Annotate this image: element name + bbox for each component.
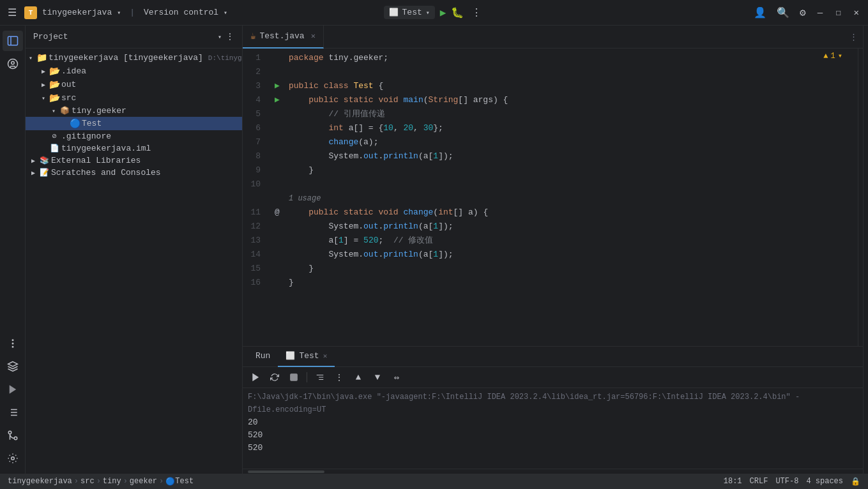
console-scrollbar-thumb[interactable] — [248, 470, 324, 473]
sidebar-plugins-icon[interactable] — [3, 356, 23, 377]
console-output-520-1: 520 — [248, 429, 858, 442]
line-num-7: 7 — [243, 135, 271, 149]
sidebar-run-icon[interactable] — [3, 379, 23, 400]
breadcrumb-tiny[interactable]: tiny — [103, 477, 121, 486]
tree-item-idea[interactable]: ▶ 📂 .idea — [26, 64, 242, 78]
code-line-12: 12 System.out.println(a[1]); — [243, 220, 858, 234]
hamburger-menu-icon[interactable]: ☰ — [5, 4, 19, 22]
minimize-button[interactable]: — — [814, 6, 826, 19]
sidebar-tool-icon[interactable] — [3, 402, 23, 423]
svg-point-16 — [11, 457, 14, 460]
maximize-button[interactable]: ☐ — [832, 6, 844, 19]
tree-label-idea: .idea — [60, 66, 86, 76]
stop-button[interactable] — [286, 370, 301, 385]
bottom-toolbar: ⋮ ▲ ▼ ⇔ — [243, 367, 863, 388]
bottom-tab-test[interactable]: ⬜ Test ✕ — [278, 347, 335, 367]
line-num-1: 1 — [243, 51, 271, 65]
warning-chevron: ▾ — [838, 51, 842, 61]
svg-point-3 — [12, 340, 13, 341]
breadcrumb-sep-3: › — [123, 477, 128, 486]
more-actions-icon[interactable]: ⋮ — [469, 4, 484, 22]
code-line-10: 10 — [243, 177, 858, 192]
run-gutter-4[interactable]: ▶ — [271, 93, 284, 107]
sidebar-more-icon[interactable] — [3, 333, 23, 354]
profile-icon[interactable]: 👤 — [751, 4, 769, 22]
wrap-toggle-button[interactable]: ⇔ — [389, 370, 404, 385]
cursor-position[interactable]: 18:1 — [724, 477, 742, 486]
reload-button[interactable] — [267, 370, 282, 385]
test-tab-close-icon[interactable]: ✕ — [323, 352, 328, 360]
tree-item-src[interactable]: ▾ 📂 src — [26, 91, 242, 105]
tree-item-root[interactable]: ▾ 📁 tinygeekerjava [tinygeekerjava] D:\t… — [26, 51, 242, 64]
code-content[interactable]: ▲ 1 ▾ 1 package tiny.geeker; 2 — [243, 49, 858, 346]
more-options-button[interactable]: ⋮ — [331, 370, 347, 385]
run-gutter-3[interactable]: ▶ — [271, 79, 284, 93]
breadcrumb-sep-2: › — [96, 477, 101, 486]
svg-point-2 — [11, 61, 14, 64]
search-icon[interactable]: 🔍 — [774, 4, 792, 22]
sidebar-project-icon[interactable] — [3, 31, 23, 51]
sidebar-bookmark-icon[interactable] — [3, 54, 23, 74]
scroll-to-end-button[interactable] — [312, 370, 328, 385]
line-num-11: 11 — [243, 206, 271, 220]
indent-setting[interactable]: 4 spaces — [806, 477, 843, 486]
svg-rect-18 — [291, 374, 298, 381]
title-bar-left: ☰ T tinygeekerjava ▾ | Version control ▾ — [5, 4, 384, 22]
warning-badge[interactable]: ▲ 1 ▾ — [823, 51, 842, 61]
editor-scrollbar-area — [858, 49, 863, 346]
notification-bell-icon[interactable] — [861, 28, 869, 38]
tree-item-ext-libs[interactable]: ▶ 📚 External Libraries — [26, 154, 242, 167]
tab-close-button[interactable]: ✕ — [311, 31, 316, 41]
rerun-button[interactable] — [248, 370, 263, 385]
tree-item-scratches[interactable]: ▶ 📝 Scratches and Consoles — [26, 167, 242, 179]
usage-hint-row: 1 usage — [243, 192, 858, 206]
version-control-dropdown-icon[interactable]: ▾ — [224, 9, 227, 17]
breadcrumb-geeker[interactable]: geeker — [130, 477, 157, 486]
panel-dropdown-icon[interactable]: ▾ — [218, 33, 222, 41]
tree-arrow-scratches: ▶ — [28, 169, 38, 177]
folder-icon-idea: 📂 — [49, 66, 60, 77]
tree-item-iml[interactable]: 📄 tinygeekerjava.iml — [26, 142, 242, 154]
breadcrumb-class-icon: 🔵 — [165, 477, 175, 486]
breadcrumb-src[interactable]: src — [80, 477, 95, 486]
svg-point-14 — [14, 437, 17, 440]
project-dropdown-icon[interactable]: ▾ — [117, 9, 121, 17]
code-editor: ▲ 1 ▾ 1 package tiny.geeker; 2 — [243, 49, 863, 346]
console-cmd-line: F:\Java\jdk-17\bin\java.exe "-javaagent:… — [248, 391, 858, 416]
tree-item-test[interactable]: 🔵 Test — [26, 117, 242, 130]
run-configuration[interactable]: ⬜ Test ▾ — [384, 6, 435, 19]
tree-arrow-package: ▾ — [49, 107, 59, 115]
scroll-down-button[interactable]: ▼ — [370, 370, 385, 385]
make-readonly-icon[interactable]: 🔒 — [851, 477, 860, 486]
sidebar-settings-bottom-icon[interactable] — [3, 448, 23, 469]
code-line-7: 7 change(a); — [243, 135, 858, 149]
encoding[interactable]: UTF-8 — [775, 477, 798, 486]
tree-item-package[interactable]: ▾ 📦 tiny.geeker — [26, 105, 242, 117]
svg-point-5 — [12, 347, 13, 348]
settings-icon[interactable]: ⚙ — [797, 4, 809, 22]
folder-icon-src: 📂 — [49, 93, 60, 103]
console-output-20: 20 — [248, 416, 858, 429]
package-icon: 📦 — [59, 106, 70, 116]
breadcrumb-project[interactable]: tinygeekerjava — [8, 477, 72, 486]
tree-label-out: out — [60, 80, 76, 89]
close-button[interactable]: ✕ — [850, 6, 863, 19]
run-button[interactable]: ▶ — [440, 6, 446, 19]
breadcrumb-test[interactable]: Test — [175, 477, 194, 486]
status-bar: tinygeekerjava › src › tiny › geeker › 🔵… — [0, 474, 868, 489]
debug-button[interactable]: 🐛 — [451, 6, 464, 19]
line-num-9: 9 — [243, 163, 271, 177]
scroll-up-button[interactable]: ▲ — [351, 370, 366, 385]
tab-test-java[interactable]: ☕ Test.java ✕ — [243, 26, 324, 49]
bottom-tab-run[interactable]: Run — [248, 347, 278, 367]
run-config-dropdown-icon[interactable]: ▾ — [426, 9, 430, 17]
console-output-520-2: 520 — [248, 442, 858, 455]
version-control-menu[interactable]: Version control — [144, 8, 218, 17]
line-ending[interactable]: CRLF — [750, 477, 768, 486]
tree-item-gitignore[interactable]: ⊘ .gitignore — [26, 130, 242, 142]
tab-file-icon: ☕ — [250, 31, 255, 41]
tree-item-out[interactable]: ▶ 📂 out — [26, 78, 242, 91]
line-num-8: 8 — [243, 149, 271, 163]
panel-options-icon[interactable]: ⋮ — [225, 31, 234, 42]
sidebar-git-icon[interactable] — [3, 425, 23, 446]
